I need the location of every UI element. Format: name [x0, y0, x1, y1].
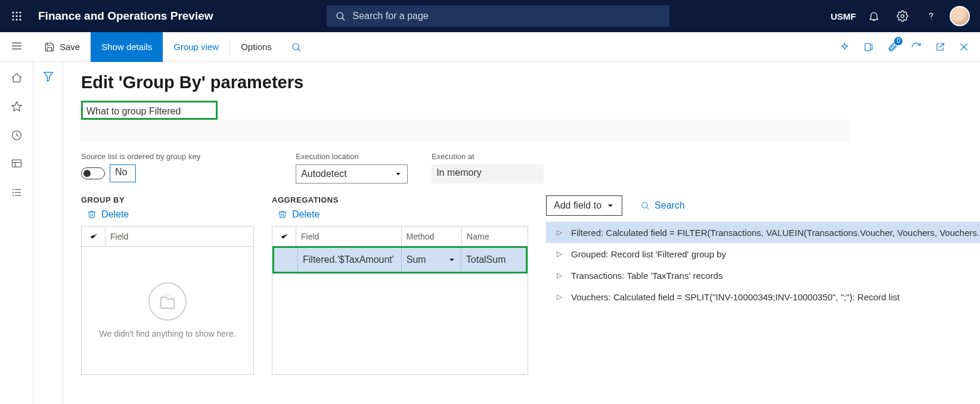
left-nav-rail: [0, 62, 33, 404]
empty-icon: [148, 282, 187, 321]
groupby-grid-checkall[interactable]: [82, 226, 106, 246]
app-launcher[interactable]: [5, 0, 29, 32]
aggregations-heading: AGGREGATIONS: [272, 195, 528, 204]
tree-search-button[interactable]: Search: [640, 200, 685, 211]
tree-item-label: Vouchers: Calculated field = SPLIT("INV-…: [571, 292, 900, 302]
source-ordered-toggle[interactable]: [81, 167, 105, 179]
groupby-empty-text: We didn't find anything to show here.: [100, 329, 236, 338]
nav-toggle[interactable]: [11, 40, 23, 54]
global-search[interactable]: [327, 5, 669, 27]
svg-point-33: [163, 295, 165, 296]
aggregations-row-check[interactable]: [274, 248, 298, 272]
what-to-group-block: What to group: [81, 101, 218, 120]
svg-point-2: [19, 11, 21, 13]
svg-line-10: [342, 18, 345, 20]
attachments-count: 0: [894, 37, 903, 45]
tree-item-filtered[interactable]: ▷ Filtered: Calculated field = FILTER(Tr…: [546, 222, 980, 243]
show-details-button[interactable]: Show details: [91, 32, 163, 62]
caret-icon: ▷: [557, 271, 563, 279]
save-button[interactable]: Save: [33, 32, 91, 62]
columns: GROUP BY Delete Field: [81, 195, 980, 404]
aggregations-row-field[interactable]: Filtered.'$TaxAmount': [298, 248, 402, 272]
copilot-button[interactable]: [833, 32, 856, 62]
aggregations-name-colheader[interactable]: Name: [462, 226, 528, 246]
svg-point-12: [931, 18, 931, 19]
help-button[interactable]: [918, 0, 944, 32]
groupby-heading: GROUP BY: [81, 195, 254, 204]
groupby-delete-button[interactable]: Delete: [87, 209, 254, 220]
modules-nav[interactable]: [5, 185, 29, 200]
svg-point-0: [12, 11, 14, 13]
action-row: Save Show details Group view Options 0: [0, 32, 980, 62]
exec-at-label: Execution at: [432, 152, 544, 161]
user-avatar[interactable]: [947, 0, 973, 32]
svg-line-17: [298, 49, 300, 51]
save-label: Save: [60, 42, 80, 52]
nav-toggle-cell: [0, 32, 33, 61]
aggregations-row-method[interactable]: Sum: [402, 248, 461, 272]
caret-icon: ▷: [557, 293, 563, 301]
source-ordered-block: Source list is ordered by group key No: [81, 152, 200, 184]
office-button[interactable]: [857, 32, 880, 62]
group-view-button[interactable]: Group view: [163, 32, 230, 62]
tree-item-grouped[interactable]: ▷ Grouped: Record list 'Filtered' group …: [546, 243, 980, 265]
recent-nav[interactable]: [5, 128, 29, 143]
notifications-button[interactable]: [861, 0, 887, 32]
aggregations-grid: Field Method Name Filtered.'$TaxAmount' …: [272, 226, 528, 375]
svg-point-3: [12, 15, 14, 17]
aggregations-method-colheader[interactable]: Method: [402, 226, 463, 246]
settings-button[interactable]: [889, 0, 916, 32]
add-field-to-label: Add field to: [554, 200, 601, 211]
svg-point-6: [12, 18, 14, 20]
tree-item-transactions[interactable]: ▷ Transactions: Table 'TaxTrans' records: [546, 265, 980, 286]
tree-search-label: Search: [655, 200, 685, 211]
legal-entity[interactable]: USMF: [831, 11, 857, 21]
tree-item-label: Grouped: Record list 'Filtered' group by: [571, 249, 726, 259]
svg-point-4: [15, 15, 17, 17]
what-to-group-input[interactable]: [149, 105, 212, 117]
main-row: Edit 'Group By' parameters What to group…: [0, 62, 980, 404]
exec-location-block: Execution location Autodetect: [296, 152, 408, 184]
groupby-empty: We didn't find anything to show here.: [82, 247, 253, 374]
filter-toggle[interactable]: [42, 70, 54, 404]
svg-point-11: [901, 15, 904, 18]
favorites-nav[interactable]: [5, 99, 29, 114]
aggregations-row[interactable]: Filtered.'$TaxAmount' Sum TotalSum: [274, 248, 526, 272]
options-label: Options: [241, 42, 272, 52]
options-button[interactable]: Options: [230, 32, 283, 62]
aggregations-selected-row-frame: Filtered.'$TaxAmount' Sum TotalSum: [272, 246, 528, 274]
popout-button[interactable]: [929, 32, 951, 62]
svg-rect-23: [12, 160, 21, 167]
source-ordered-value[interactable]: No: [110, 164, 136, 182]
refresh-button[interactable]: [905, 32, 928, 62]
tree-item-vouchers[interactable]: ▷ Vouchers: Calculated field = SPLIT("IN…: [546, 286, 980, 307]
aggregations-column: AGGREGATIONS Delete Field Method Name: [272, 195, 528, 404]
aggregations-delete-button[interactable]: Delete: [278, 209, 528, 220]
filter-rail: [33, 62, 63, 404]
exec-at-block: Execution at In memory: [432, 152, 544, 184]
exec-location-label: Execution location: [296, 152, 408, 161]
add-field-to-button[interactable]: Add field to: [546, 195, 622, 216]
aggregations-delete-label: Delete: [292, 209, 320, 220]
tree-item-label: Transactions: Table 'TaxTrans' records: [571, 271, 722, 281]
global-search-input[interactable]: [353, 11, 661, 21]
action-search-button[interactable]: [283, 32, 310, 62]
groupby-column: GROUP BY Delete Field: [81, 195, 254, 404]
aggregations-grid-checkall[interactable]: [272, 226, 296, 246]
home-nav[interactable]: [5, 70, 29, 86]
groupby-grid: Field We didn't find anything to show he…: [81, 226, 254, 375]
source-ordered-label: Source list is ordered by group key: [81, 152, 200, 161]
workspaces-nav[interactable]: [5, 156, 29, 172]
groupby-field-colheader[interactable]: Field: [106, 232, 253, 241]
svg-point-35: [169, 295, 170, 296]
close-button[interactable]: [953, 32, 975, 62]
aggregations-field-colheader[interactable]: Field: [296, 226, 402, 246]
content: Edit 'Group By' parameters What to group…: [63, 62, 980, 404]
attachments-button[interactable]: 0: [881, 32, 904, 62]
control-row: Source list is ordered by group key No E…: [81, 152, 980, 184]
what-to-group-row-bg: [80, 120, 849, 141]
groupby-grid-head: Field: [82, 226, 253, 247]
tree-item-label: Filtered: Calculated field = FILTER(Tran…: [571, 228, 980, 238]
exec-location-select[interactable]: Autodetect: [296, 164, 408, 184]
aggregations-row-name[interactable]: TotalSum: [461, 248, 526, 272]
